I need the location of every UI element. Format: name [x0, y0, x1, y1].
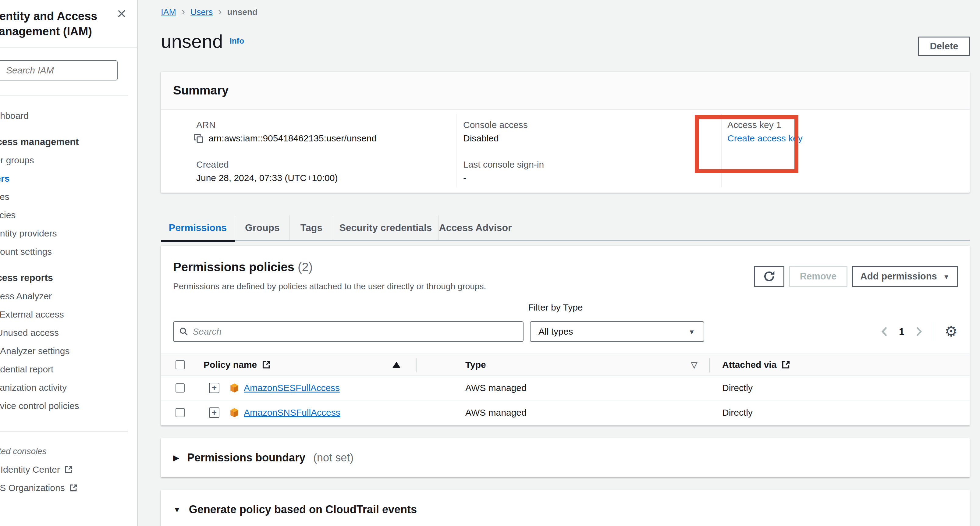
- policy-search: [173, 321, 523, 342]
- sidebar-item-dashboard[interactable]: Dashboard: [0, 106, 138, 125]
- remove-button[interactable]: Remove: [789, 266, 848, 287]
- add-permissions-button[interactable]: Add permissions ▼: [852, 266, 958, 287]
- table-row: + AmazonSESFullAccess AWS managed Direct…: [161, 376, 970, 400]
- tab-access-advisor[interactable]: Access Advisor: [438, 216, 512, 240]
- main-content: IAM › Users › unsend unsendInfo Delete S…: [138, 0, 980, 526]
- policy-link[interactable]: AmazonSESFullAccess: [244, 383, 340, 393]
- policy-search-input[interactable]: [192, 326, 523, 337]
- chevron-left-icon[interactable]: [880, 326, 889, 337]
- sidebar-item-user-groups[interactable]: User groups: [0, 151, 138, 170]
- divider: [934, 322, 934, 341]
- sidebar-title: Identity and Access Management (IAM): [0, 8, 112, 39]
- copy-icon[interactable]: [194, 133, 204, 143]
- permissions-policies-card: Permissions policies (2) Permissions are…: [161, 246, 970, 426]
- iam-sidebar: Identity and Access Management (IAM) × D…: [0, 0, 138, 526]
- column-policy-name[interactable]: Policy name: [204, 354, 271, 375]
- sidebar-item-organization-activity[interactable]: Organization activity: [0, 378, 138, 397]
- sidebar-section-access-management: Access management: [0, 133, 138, 151]
- sidebar-item-access-analyzer[interactable]: Access Analyzer: [0, 287, 138, 305]
- column-attached-via[interactable]: Attached via: [722, 354, 791, 375]
- divider: [456, 114, 457, 188]
- permissions-boundary-card: ▶ Permissions boundary (not set): [161, 438, 970, 477]
- sidebar-item-analyzer-settings[interactable]: Analyzer settings: [0, 342, 138, 360]
- tab-security-credentials[interactable]: Security credentials: [333, 216, 438, 240]
- chevron-right-icon: ›: [181, 7, 185, 16]
- sidebar-nav: Dashboard Access management User groups …: [0, 106, 138, 415]
- sidebar-item-roles[interactable]: Roles: [0, 188, 138, 206]
- tab-tags[interactable]: Tags: [290, 216, 333, 240]
- policy-attached-via: Directly: [722, 376, 752, 400]
- filter-by-type-label: Filter by Type: [528, 302, 583, 313]
- external-link-icon: [262, 360, 271, 369]
- divider: [721, 114, 722, 188]
- divider: [416, 358, 417, 372]
- column-type[interactable]: Type: [465, 354, 486, 375]
- page-number[interactable]: 1: [899, 326, 904, 337]
- pagination: 1 ⚙: [880, 323, 958, 341]
- policy-type: AWS managed: [465, 400, 527, 425]
- external-link-icon: [69, 484, 78, 492]
- page-title: unsendInfo: [161, 30, 244, 52]
- divider: [0, 95, 128, 96]
- sidebar-item-aws-organizations[interactable]: AWS Organizations: [0, 479, 138, 497]
- divider: [0, 47, 138, 48]
- divider: [709, 358, 710, 372]
- sidebar-item-users[interactable]: Users: [0, 170, 138, 188]
- permissions-boundary-toggle[interactable]: ▶ Permissions boundary (not set): [161, 438, 970, 477]
- gear-icon[interactable]: ⚙: [945, 324, 958, 339]
- type-filter-select[interactable]: All types ▼: [530, 321, 704, 342]
- refresh-button[interactable]: [754, 266, 784, 287]
- tab-bar: Permissions Groups Tags Security credent…: [161, 216, 970, 241]
- boundary-not-set: (not set): [313, 451, 353, 464]
- generate-policy-toggle[interactable]: ▼ Generate policy based on CloudTrail ev…: [161, 490, 970, 526]
- created-value: June 28, 2024, 07:33 (UTC+10:00): [196, 173, 338, 183]
- managed-policy-icon: [229, 407, 240, 418]
- policy-link[interactable]: AmazonSNSFullAccess: [244, 407, 340, 418]
- sort-ascending-icon[interactable]: [393, 362, 401, 368]
- caret-down-icon: ▼: [688, 328, 695, 336]
- chevron-right-icon[interactable]: [915, 326, 923, 337]
- caret-down-icon: ▼: [943, 273, 950, 281]
- close-icon[interactable]: ×: [117, 5, 126, 21]
- breadcrumb-iam[interactable]: IAM: [161, 7, 176, 17]
- last-signin-label: Last console sign-in: [463, 159, 544, 170]
- tab-permissions[interactable]: Permissions: [161, 216, 235, 240]
- info-link[interactable]: Info: [229, 36, 244, 45]
- create-access-key-link[interactable]: Create access key: [727, 133, 803, 143]
- console-access-label: Console access: [463, 120, 528, 130]
- search-icon: [179, 327, 188, 336]
- breadcrumb-current: unsend: [228, 7, 258, 17]
- external-link-icon: [64, 466, 73, 474]
- policies-count: (2): [298, 260, 313, 274]
- related-consoles-header: Related consoles: [0, 442, 138, 461]
- tab-groups[interactable]: Groups: [235, 216, 290, 240]
- expand-row-icon[interactable]: +: [209, 407, 220, 418]
- delete-button[interactable]: Delete: [918, 37, 970, 56]
- summary-title: Summary: [161, 72, 970, 110]
- expand-row-icon[interactable]: +: [209, 383, 220, 393]
- summary-card: Summary ARN arn:aws:iam::905418462135:us…: [161, 72, 970, 192]
- sidebar-item-external-access[interactable]: External access: [0, 305, 138, 324]
- created-label: Created: [196, 159, 229, 170]
- sidebar-item-iam-identity-center[interactable]: IAM Identity Center: [0, 461, 138, 479]
- divider: [0, 431, 128, 432]
- sidebar-item-unused-access[interactable]: Unused access: [0, 324, 138, 342]
- filter-triangle-icon[interactable]: ▽: [691, 360, 697, 370]
- row-checkbox[interactable]: [175, 383, 185, 393]
- sidebar-item-service-control-policies[interactable]: Service control policies: [0, 397, 138, 415]
- sidebar-item-identity-providers[interactable]: Identity providers: [0, 224, 138, 243]
- policy-type: AWS managed: [465, 376, 527, 400]
- sidebar-item-account-settings[interactable]: Account settings: [0, 243, 138, 261]
- row-checkbox[interactable]: [175, 408, 185, 417]
- search-iam-input[interactable]: [0, 60, 118, 81]
- breadcrumb-users[interactable]: Users: [191, 7, 213, 17]
- refresh-icon: [763, 270, 776, 283]
- managed-policy-icon: [229, 383, 240, 393]
- generate-policy-card: ▼ Generate policy based on CloudTrail ev…: [161, 490, 970, 526]
- sidebar-item-policies[interactable]: Policies: [0, 206, 138, 224]
- caret-down-icon: ▼: [173, 505, 181, 515]
- last-signin-value: -: [463, 173, 466, 183]
- select-all-checkbox[interactable]: [175, 360, 185, 369]
- sidebar-item-credential-report[interactable]: Credential report: [0, 360, 138, 378]
- permissions-policies-title: Permissions policies (2): [173, 260, 313, 274]
